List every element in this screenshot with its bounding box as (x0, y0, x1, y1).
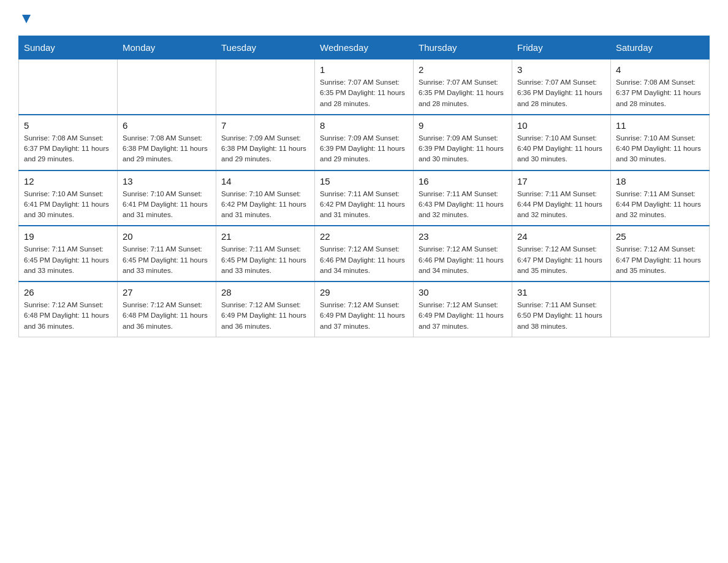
day-info: Sunrise: 7:12 AM Sunset: 6:46 PM Dayligh… (419, 244, 507, 276)
day-number: 11 (616, 120, 704, 131)
calendar-cell: 29Sunrise: 7:12 AM Sunset: 6:49 PM Dayli… (315, 282, 414, 337)
day-info: Sunrise: 7:10 AM Sunset: 6:40 PM Dayligh… (616, 133, 704, 165)
day-number: 15 (320, 176, 408, 186)
calendar-cell: 11Sunrise: 7:10 AM Sunset: 6:40 PM Dayli… (611, 115, 710, 170)
calendar-cell: 19Sunrise: 7:11 AM Sunset: 6:45 PM Dayli… (19, 226, 118, 282)
day-info: Sunrise: 7:09 AM Sunset: 6:39 PM Dayligh… (320, 133, 408, 165)
day-info: Sunrise: 7:12 AM Sunset: 6:47 PM Dayligh… (517, 244, 605, 276)
day-number: 9 (419, 120, 507, 131)
day-info: Sunrise: 7:11 AM Sunset: 6:45 PM Dayligh… (24, 244, 112, 276)
svg-marker-0 (22, 15, 31, 23)
logo-triangle-icon (20, 12, 33, 26)
day-info: Sunrise: 7:12 AM Sunset: 6:48 PM Dayligh… (24, 300, 112, 332)
day-number: 21 (221, 231, 309, 242)
days-header-row: SundayMondayTuesdayWednesdayThursdayFrid… (19, 36, 710, 59)
day-number: 1 (320, 64, 408, 75)
calendar-cell: 23Sunrise: 7:12 AM Sunset: 6:46 PM Dayli… (414, 226, 512, 282)
day-number: 22 (320, 231, 408, 242)
calendar-cell: 14Sunrise: 7:10 AM Sunset: 6:42 PM Dayli… (216, 170, 315, 226)
calendar-cell: 3Sunrise: 7:07 AM Sunset: 6:36 PM Daylig… (512, 59, 611, 115)
day-number: 12 (24, 176, 112, 186)
day-info: Sunrise: 7:07 AM Sunset: 6:36 PM Dayligh… (517, 77, 605, 109)
calendar-cell: 10Sunrise: 7:10 AM Sunset: 6:40 PM Dayli… (512, 115, 611, 170)
day-header-sunday: Sunday (19, 36, 118, 59)
day-number: 4 (616, 64, 704, 75)
calendar-cell: 27Sunrise: 7:12 AM Sunset: 6:48 PM Dayli… (118, 282, 216, 337)
day-info: Sunrise: 7:10 AM Sunset: 6:40 PM Dayligh… (517, 133, 605, 165)
day-number: 19 (24, 231, 112, 242)
calendar-cell: 26Sunrise: 7:12 AM Sunset: 6:48 PM Dayli… (19, 282, 118, 337)
day-info: Sunrise: 7:12 AM Sunset: 6:49 PM Dayligh… (320, 300, 408, 332)
day-header-saturday: Saturday (611, 36, 710, 59)
logo (18, 12, 33, 23)
week-row-5: 26Sunrise: 7:12 AM Sunset: 6:48 PM Dayli… (19, 282, 710, 337)
day-number: 17 (517, 176, 605, 186)
calendar-cell: 20Sunrise: 7:11 AM Sunset: 6:45 PM Dayli… (118, 226, 216, 282)
week-row-4: 19Sunrise: 7:11 AM Sunset: 6:45 PM Dayli… (19, 226, 710, 282)
day-number: 5 (24, 120, 112, 131)
day-info: Sunrise: 7:12 AM Sunset: 6:48 PM Dayligh… (123, 300, 211, 332)
day-number: 8 (320, 120, 408, 131)
day-number: 2 (419, 64, 507, 75)
day-header-monday: Monday (118, 36, 216, 59)
day-info: Sunrise: 7:10 AM Sunset: 6:41 PM Dayligh… (123, 189, 211, 221)
calendar-cell: 15Sunrise: 7:11 AM Sunset: 6:42 PM Dayli… (315, 170, 414, 226)
day-info: Sunrise: 7:08 AM Sunset: 6:37 PM Dayligh… (24, 133, 112, 165)
calendar-cell: 31Sunrise: 7:11 AM Sunset: 6:50 PM Dayli… (512, 282, 611, 337)
day-number: 14 (221, 176, 309, 186)
day-info: Sunrise: 7:10 AM Sunset: 6:42 PM Dayligh… (221, 189, 309, 221)
day-number: 20 (123, 231, 211, 242)
day-number: 18 (616, 176, 704, 186)
day-number: 29 (320, 287, 408, 297)
day-info: Sunrise: 7:11 AM Sunset: 6:42 PM Dayligh… (320, 189, 408, 221)
page-header (18, 12, 710, 23)
day-info: Sunrise: 7:11 AM Sunset: 6:45 PM Dayligh… (123, 244, 211, 276)
calendar-cell: 17Sunrise: 7:11 AM Sunset: 6:44 PM Dayli… (512, 170, 611, 226)
day-number: 23 (419, 231, 507, 242)
day-header-thursday: Thursday (414, 36, 512, 59)
day-info: Sunrise: 7:09 AM Sunset: 6:39 PM Dayligh… (419, 133, 507, 165)
day-number: 28 (221, 287, 309, 297)
calendar-cell: 21Sunrise: 7:11 AM Sunset: 6:45 PM Dayli… (216, 226, 315, 282)
calendar-cell: 9Sunrise: 7:09 AM Sunset: 6:39 PM Daylig… (414, 115, 512, 170)
day-info: Sunrise: 7:10 AM Sunset: 6:41 PM Dayligh… (24, 189, 112, 221)
week-row-3: 12Sunrise: 7:10 AM Sunset: 6:41 PM Dayli… (19, 170, 710, 226)
week-row-2: 5Sunrise: 7:08 AM Sunset: 6:37 PM Daylig… (19, 115, 710, 170)
day-header-tuesday: Tuesday (216, 36, 315, 59)
calendar-cell: 6Sunrise: 7:08 AM Sunset: 6:38 PM Daylig… (118, 115, 216, 170)
day-info: Sunrise: 7:12 AM Sunset: 6:49 PM Dayligh… (221, 300, 309, 332)
calendar-cell: 1Sunrise: 7:07 AM Sunset: 6:35 PM Daylig… (315, 59, 414, 115)
calendar-cell: 16Sunrise: 7:11 AM Sunset: 6:43 PM Dayli… (414, 170, 512, 226)
day-number: 16 (419, 176, 507, 186)
day-number: 6 (123, 120, 211, 131)
day-info: Sunrise: 7:12 AM Sunset: 6:47 PM Dayligh… (616, 244, 704, 276)
week-row-1: 1Sunrise: 7:07 AM Sunset: 6:35 PM Daylig… (19, 59, 710, 115)
calendar-cell: 13Sunrise: 7:10 AM Sunset: 6:41 PM Dayli… (118, 170, 216, 226)
day-info: Sunrise: 7:11 AM Sunset: 6:43 PM Dayligh… (419, 189, 507, 221)
calendar-cell (216, 59, 315, 115)
day-number: 3 (517, 64, 605, 75)
day-header-friday: Friday (512, 36, 611, 59)
day-info: Sunrise: 7:12 AM Sunset: 6:49 PM Dayligh… (419, 300, 507, 332)
day-number: 10 (517, 120, 605, 131)
day-number: 31 (517, 287, 605, 297)
calendar-cell: 25Sunrise: 7:12 AM Sunset: 6:47 PM Dayli… (611, 226, 710, 282)
day-info: Sunrise: 7:11 AM Sunset: 6:50 PM Dayligh… (517, 300, 605, 332)
day-info: Sunrise: 7:11 AM Sunset: 6:45 PM Dayligh… (221, 244, 309, 276)
calendar-cell: 30Sunrise: 7:12 AM Sunset: 6:49 PM Dayli… (414, 282, 512, 337)
calendar-cell: 7Sunrise: 7:09 AM Sunset: 6:38 PM Daylig… (216, 115, 315, 170)
calendar-cell: 4Sunrise: 7:08 AM Sunset: 6:37 PM Daylig… (611, 59, 710, 115)
day-info: Sunrise: 7:07 AM Sunset: 6:35 PM Dayligh… (320, 77, 408, 109)
day-header-wednesday: Wednesday (315, 36, 414, 59)
calendar-cell: 22Sunrise: 7:12 AM Sunset: 6:46 PM Dayli… (315, 226, 414, 282)
day-number: 26 (24, 287, 112, 297)
calendar-cell (611, 282, 710, 337)
calendar-cell: 5Sunrise: 7:08 AM Sunset: 6:37 PM Daylig… (19, 115, 118, 170)
calendar-cell (19, 59, 118, 115)
day-info: Sunrise: 7:08 AM Sunset: 6:38 PM Dayligh… (123, 133, 211, 165)
calendar-cell: 24Sunrise: 7:12 AM Sunset: 6:47 PM Dayli… (512, 226, 611, 282)
day-number: 7 (221, 120, 309, 131)
day-info: Sunrise: 7:08 AM Sunset: 6:37 PM Dayligh… (616, 77, 704, 109)
day-info: Sunrise: 7:07 AM Sunset: 6:35 PM Dayligh… (419, 77, 507, 109)
day-info: Sunrise: 7:12 AM Sunset: 6:46 PM Dayligh… (320, 244, 408, 276)
